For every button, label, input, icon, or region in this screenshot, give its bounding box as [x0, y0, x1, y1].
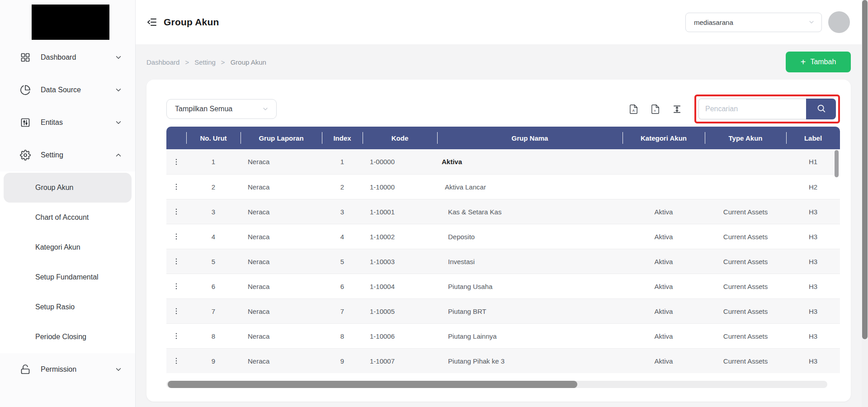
cell-grup-nama: Aktiva Lancar — [437, 175, 623, 199]
cell-kode: 1-00000 — [363, 149, 437, 174]
cell-label: H3 — [786, 249, 840, 274]
cell-index: 5 — [322, 249, 363, 274]
subitem-label: Group Akun — [35, 184, 74, 192]
row-height-icon[interactable] — [672, 104, 682, 114]
sidebar: Dashboard Data Source Entitas Setting — [0, 0, 136, 407]
row-menu-cell — [166, 324, 186, 348]
cell-kode: 1-10003 — [363, 249, 437, 274]
col-header-type-akun: Type Akun — [705, 127, 786, 149]
cell-no-urut: 7 — [186, 299, 241, 323]
cell-label: H3 — [786, 349, 840, 373]
sidebar-subitem-kategori-akun[interactable]: Kategori Akun — [0, 232, 135, 262]
cell-label: H3 — [786, 274, 840, 298]
search-input[interactable] — [698, 99, 806, 119]
subitem-label: Chart of Account — [35, 213, 89, 222]
kebab-menu-icon[interactable] — [166, 257, 186, 265]
chevron-down-icon — [114, 365, 123, 374]
table-row: 2Neraca21-10000Aktiva LancarH2 — [166, 174, 840, 199]
sidebar-subitem-chart-of-account[interactable]: Chart of Account — [0, 203, 135, 232]
table-row: 5Neraca51-10003InvestasiAktivaCurrent As… — [166, 249, 840, 274]
kebab-menu-icon[interactable] — [166, 332, 186, 340]
col-header-index: Index — [322, 127, 363, 149]
cell-kategori-akun: Aktiva — [623, 199, 705, 224]
cell-label: H3 — [786, 324, 840, 348]
search-highlight-box — [694, 95, 840, 123]
breadcrumb-item-group-akun[interactable]: Group Akun — [231, 58, 266, 66]
avatar[interactable] — [828, 11, 850, 33]
kebab-menu-icon[interactable] — [166, 282, 186, 290]
cell-grup-laporan: Neraca — [241, 199, 322, 224]
sidebar-subitem-setup-fundamental[interactable]: Setup Fundamental — [0, 262, 135, 292]
breadcrumb: Dashboard > Setting > Group Akun + Tamba… — [136, 44, 862, 80]
chevron-down-icon — [808, 19, 815, 26]
sidebar-item-data-source[interactable]: Data Source — [0, 74, 135, 106]
filter-select[interactable]: Tampilkan Semua — [166, 99, 277, 119]
col-header-kode: Kode — [363, 127, 437, 149]
cell-grup-nama: Piutang Pihak ke 3 — [437, 349, 623, 373]
row-menu-cell — [166, 349, 186, 373]
sidebar-item-label: Setting — [41, 151, 114, 159]
gear-icon — [20, 150, 31, 161]
sidebar-item-entitas[interactable]: Entitas — [0, 106, 135, 139]
subitem-label: Kategori Akun — [35, 243, 80, 251]
kebab-menu-icon[interactable] — [166, 158, 186, 166]
cell-kategori-akun: Aktiva — [623, 299, 705, 323]
entity-select-value: mediasarana — [694, 19, 733, 26]
breadcrumb-item-dashboard[interactable]: Dashboard — [146, 58, 179, 66]
cell-no-urut: 9 — [186, 349, 241, 373]
cell-type-akun: Current Assets — [705, 199, 786, 224]
cell-index: 3 — [322, 199, 363, 224]
kebab-menu-icon[interactable] — [166, 357, 186, 365]
sidebar-item-setting[interactable]: Setting — [0, 139, 135, 171]
col-header-label: Label — [786, 127, 840, 149]
cell-index: 9 — [322, 349, 363, 373]
chevron-down-icon — [262, 105, 269, 113]
sidebar-subitem-group-akun[interactable]: Group Akun — [4, 173, 132, 203]
export-excel-icon[interactable]: x — [650, 104, 660, 114]
search-button[interactable] — [806, 99, 836, 119]
cell-kategori-akun: Aktiva — [623, 274, 705, 298]
cell-grup-nama: Deposito — [437, 224, 623, 249]
app-logo — [32, 5, 109, 40]
sidebar-item-dashboard[interactable]: Dashboard — [0, 41, 135, 74]
sidebar-subitem-setup-rasio[interactable]: Setup Rasio — [0, 292, 135, 322]
cell-label: H1 — [786, 149, 840, 174]
cell-no-urut: 2 — [186, 175, 241, 199]
cell-label: H3 — [786, 199, 840, 224]
sliders-icon — [20, 117, 31, 128]
export-pdf-icon[interactable]: A — [628, 104, 639, 114]
sidebar-subitem-periode-closing[interactable]: Periode Closing — [0, 322, 135, 352]
kebab-menu-icon[interactable] — [166, 307, 186, 315]
app-window: Dashboard Data Source Entitas Setting — [0, 0, 862, 407]
table-vertical-scrollbar-thumb[interactable] — [835, 150, 839, 177]
chevron-down-icon — [114, 53, 123, 62]
menu-fold-icon[interactable] — [146, 17, 157, 28]
cell-label: H3 — [786, 299, 840, 323]
add-button-label: Tambah — [810, 58, 836, 66]
cell-kode: 1-10002 — [363, 224, 437, 249]
cell-kode: 1-10001 — [363, 199, 437, 224]
table-row: 4Neraca41-10002DepositoAktivaCurrent Ass… — [166, 224, 840, 249]
sidebar-item-permission[interactable]: Permission — [0, 353, 135, 386]
main-area: Group Akun mediasarana Dashboard > Setti… — [136, 0, 862, 407]
horizontal-scrollbar-thumb[interactable] — [168, 381, 577, 388]
cell-kategori-akun: Aktiva — [623, 324, 705, 348]
table-row: 3Neraca31-10001Kas & Setara KasAktivaCur… — [166, 199, 840, 224]
window-scrollbar-thumb[interactable] — [862, 0, 868, 339]
breadcrumb-item-setting[interactable]: Setting — [194, 58, 216, 66]
row-menu-cell — [166, 199, 186, 224]
cell-type-akun: Current Assets — [705, 274, 786, 298]
table-row: 9Neraca91-10007Piutang Pihak ke 3AktivaC… — [166, 348, 840, 373]
add-button[interactable]: + Tambah — [786, 52, 851, 72]
col-header-grup-laporan: Grup Laporan — [241, 127, 322, 149]
kebab-menu-icon[interactable] — [166, 183, 186, 191]
svg-text:x: x — [654, 108, 656, 112]
cell-kode: 1-10000 — [363, 175, 437, 199]
col-header-no-urut: No. Urut — [186, 127, 241, 149]
kebab-menu-icon[interactable] — [166, 232, 186, 241]
cell-kategori-akun — [623, 175, 705, 199]
sidebar-item-label: Dashboard — [41, 53, 114, 62]
cell-no-urut: 1 — [186, 149, 241, 174]
kebab-menu-icon[interactable] — [166, 208, 186, 216]
entity-select[interactable]: mediasarana — [685, 13, 822, 32]
